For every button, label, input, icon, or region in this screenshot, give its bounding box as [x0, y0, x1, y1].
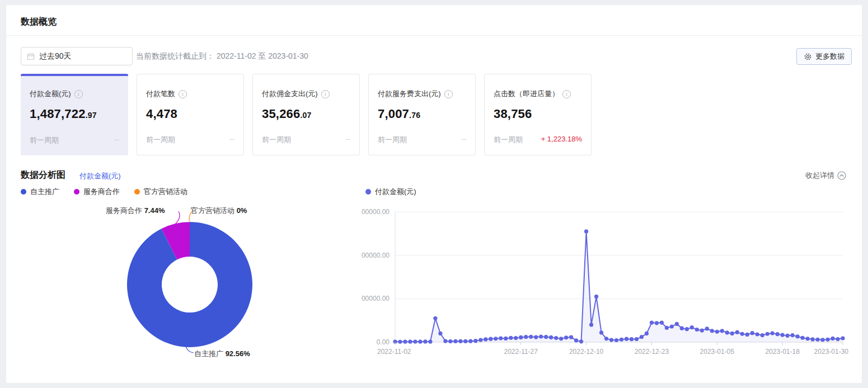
- svg-text:2022-12-23: 2022-12-23: [635, 348, 669, 356]
- analysis-section-title: 数据分析图: [21, 169, 65, 181]
- prev-period-value: --: [461, 135, 466, 145]
- collapse-details-toggle[interactable]: 收起详情: [805, 171, 846, 181]
- pie-legend: 自主推广 服务商合作 官方营销活动: [21, 187, 187, 197]
- overview-cards: 付款金额(元) 1,487,722.97 前一周期-- 付款笔数 4,478 前…: [21, 74, 592, 155]
- stat-card-clicks[interactable]: 点击数（即进店量） 38,756 前一周期+ 1,223.18%: [484, 74, 592, 155]
- calendar-icon: [27, 53, 35, 60]
- svg-text:2022-12-10: 2022-12-10: [569, 348, 604, 356]
- legend-dot: [365, 189, 371, 195]
- stat-card-payment-count[interactable]: 付款笔数 4,478 前一周期--: [137, 74, 244, 155]
- legend-dot: [21, 189, 26, 195]
- donut-chart: 服务商合作 7.44% 官方营销活动 0% 自主推广 92.56%: [21, 199, 356, 372]
- prev-period-label: 前一周期: [378, 135, 407, 145]
- pie-label-official-marketing: 官方营销活动 0%: [191, 206, 247, 216]
- date-range-picker[interactable]: 过去90天: [21, 47, 133, 65]
- data-deadline-text: 当前数据统计截止到： 2022-11-02 至 2023-01-30: [136, 47, 308, 65]
- stat-card-value: 1,487,722.97: [30, 107, 119, 121]
- svg-text:2023-01-18: 2023-01-18: [765, 348, 800, 356]
- prev-period-label: 前一周期: [494, 135, 523, 145]
- legend-item-payment-amount[interactable]: 付款金额(元): [365, 187, 416, 197]
- gear-icon: [804, 53, 812, 61]
- line-chart: 0.00100000.00200000.00300000.002022-11-0…: [362, 201, 860, 371]
- more-data-label: 更多数据: [815, 51, 844, 61]
- info-icon[interactable]: [562, 90, 571, 98]
- info-icon[interactable]: [179, 90, 187, 98]
- main-panel: 数据概览 过去90天 当前数据统计截止到： 2022-11-02 至 2023-…: [6, 4, 862, 384]
- donut-chart-svg: [21, 199, 356, 372]
- legend-dot: [134, 189, 140, 195]
- stat-card-value: 38,756: [494, 107, 582, 121]
- stat-card-value: 7,007.76: [378, 107, 466, 121]
- svg-text:300000.00: 300000.00: [362, 208, 390, 216]
- info-icon[interactable]: [74, 90, 83, 98]
- svg-text:2022-11-27: 2022-11-27: [504, 348, 538, 356]
- page-title: 数据概览: [21, 16, 57, 28]
- chevron-up-circle-icon: [837, 171, 846, 180]
- legend-item-self-promotion[interactable]: 自主推广: [21, 187, 59, 197]
- stat-card-value: 4,478: [146, 107, 234, 121]
- info-icon[interactable]: [321, 90, 330, 98]
- prev-period-label: 前一周期: [30, 135, 59, 145]
- stat-card-value: 35,266.07: [262, 107, 350, 121]
- prev-period-label: 前一周期: [262, 135, 291, 145]
- svg-text:200000.00: 200000.00: [362, 252, 390, 259]
- prev-period-value: + 1,223.18%: [541, 135, 582, 145]
- pie-label-self-promotion: 自主推广 92.56%: [194, 349, 250, 359]
- svg-text:100000.00: 100000.00: [362, 295, 390, 302]
- stat-card-label: 付款佣金支出(元): [262, 89, 318, 99]
- prev-period-value: --: [229, 135, 234, 145]
- svg-text:2022-11-02: 2022-11-02: [377, 348, 411, 356]
- more-data-button[interactable]: 更多数据: [796, 48, 852, 65]
- line-chart-svg: 0.00100000.00200000.00300000.002022-11-0…: [362, 201, 860, 371]
- info-icon[interactable]: [444, 90, 453, 98]
- metric-link-payment-amount[interactable]: 付款金额(元): [79, 171, 121, 181]
- stat-card-commission-spend[interactable]: 付款佣金支出(元) 35,266.07 前一周期--: [252, 74, 360, 155]
- line-legend: 付款金额(元): [365, 187, 416, 197]
- svg-text:2023-01-30: 2023-01-30: [814, 348, 849, 356]
- stat-card-label: 付款金额(元): [30, 89, 71, 99]
- date-range-value: 过去90天: [39, 51, 72, 61]
- header-divider: [6, 35, 862, 36]
- prev-period-value: --: [345, 135, 350, 145]
- svg-text:2023-01-05: 2023-01-05: [700, 348, 735, 356]
- stat-card-service-fee-spend[interactable]: 付款服务费支出(元) 7,007.76 前一周期--: [368, 74, 476, 155]
- legend-item-official-marketing[interactable]: 官方营销活动: [134, 187, 187, 197]
- stat-card-label: 付款笔数: [146, 89, 175, 99]
- legend-dot: [74, 189, 79, 195]
- prev-period-label: 前一周期: [146, 135, 175, 145]
- stat-card-label: 点击数（即进店量）: [494, 89, 559, 99]
- pie-label-service-provider: 服务商合作 7.44%: [106, 206, 165, 216]
- stat-card-payment-amount[interactable]: 付款金额(元) 1,487,722.97 前一周期--: [21, 74, 128, 155]
- prev-period-value: --: [114, 135, 119, 145]
- stat-card-label: 付款服务费支出(元): [378, 89, 441, 99]
- collapse-details-label: 收起详情: [805, 171, 834, 181]
- svg-text:0.00: 0.00: [377, 338, 390, 346]
- legend-item-service-provider[interactable]: 服务商合作: [74, 187, 120, 197]
